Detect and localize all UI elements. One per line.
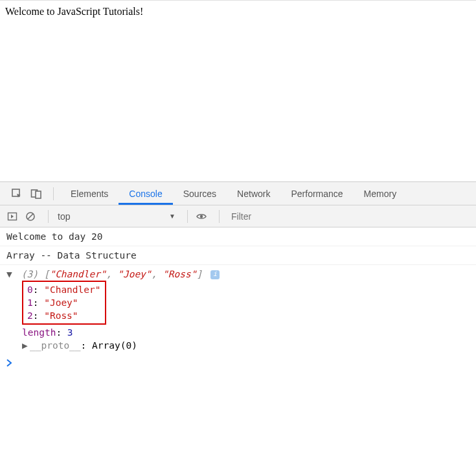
array-entry: 0: "Chandler" [27,283,101,296]
browser-viewport: Welcome to JavaScript Tutorials! [0,0,476,181]
tab-memory[interactable]: Memory [354,182,407,205]
proto-property: ▶__proto__: Array(0) [22,339,476,352]
devtools-panel: Elements Console Sources Network Perform… [0,181,476,371]
separator [53,187,54,200]
eye-icon[interactable] [194,209,209,224]
disclosure-triangle-icon[interactable]: ▶ [22,340,30,351]
context-label: top [58,211,70,222]
entry-value: "Chandler" [44,285,100,295]
filter-input[interactable] [226,209,476,224]
separator [187,210,188,223]
separator [219,210,220,223]
inspect-icon[interactable] [10,187,23,200]
property-value: 3 [67,327,73,338]
console-message: Welcome to day 20 [0,227,476,246]
devtools-tabbar: Elements Console Sources Network Perform… [0,182,476,205]
length-property: length: 3 [22,326,476,339]
entry-index: 0 [27,285,33,295]
console-object: ▼ (3) ["Chandler", "Joey", "Ross"] 0: "C… [0,265,476,356]
disclosure-triangle-icon[interactable]: ▼ [6,269,16,279]
property-key: __proto__ [30,340,81,351]
page-heading: Welcome to JavaScript Tutorials! [5,6,143,17]
console-toolbar: top ▼ [0,205,476,227]
console-output: Welcome to day 20 Array -- Data Structur… [0,227,476,371]
array-length-summary: (3) [21,269,38,279]
toolbar-icons [6,187,47,200]
svg-line-5 [28,214,33,219]
svg-point-6 [200,215,203,217]
info-icon[interactable] [210,270,220,279]
array-entry: 2: "Ross" [27,309,101,322]
tab-performance[interactable]: Performance [280,182,353,205]
console-message: Array -- Data Structure [0,246,476,265]
separator [48,210,49,223]
tab-elements[interactable]: Elements [60,182,119,205]
entry-index: 1 [27,297,33,308]
array-preview: ["Chandler", "Joey", "Ross"] [44,269,203,279]
entry-value: "Ross" [44,310,78,321]
entry-value: "Joey" [44,297,78,308]
highlight-box: 0: "Chandler" 1: "Joey" 2: "Ross" [22,281,106,325]
tab-network[interactable]: Network [227,182,280,205]
svg-rect-2 [36,191,41,198]
array-expanded: 0: "Chandler" 1: "Joey" 2: "Ross" length… [22,279,476,352]
tab-sources[interactable]: Sources [173,182,227,205]
entry-index: 2 [27,310,33,321]
chevron-down-icon: ▼ [169,213,176,220]
clear-console-icon[interactable] [23,209,38,224]
sidebar-toggle-icon[interactable] [5,209,19,224]
context-selector[interactable]: top ▼ [58,211,181,222]
tab-console[interactable]: Console [119,182,172,205]
property-value: Array(0) [92,340,137,351]
console-prompt[interactable] [0,356,476,371]
property-key: length [22,327,56,338]
array-entry: 1: "Joey" [27,296,101,309]
tabs: Elements Console Sources Network Perform… [60,182,407,205]
device-toggle-icon[interactable] [30,187,43,200]
